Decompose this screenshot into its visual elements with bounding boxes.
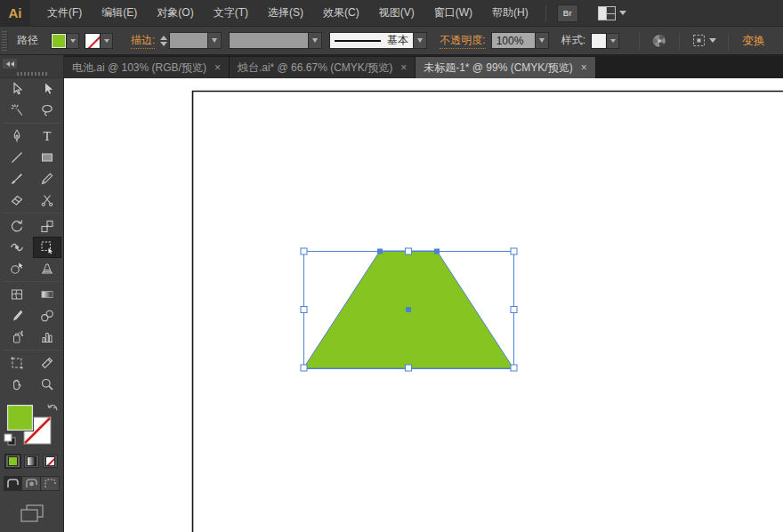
recolor-artwork-button[interactable]: [651, 33, 667, 49]
shape-builder-tool[interactable]: [3, 258, 31, 279]
brush-definition-combo[interactable]: [229, 32, 322, 49]
collapse-panel-button[interactable]: [3, 59, 17, 69]
color-button[interactable]: [5, 455, 20, 468]
line-segment-tool[interactable]: [3, 147, 31, 168]
pen-icon: [10, 129, 24, 143]
chevron-down-icon: [539, 38, 545, 43]
zoom-icon: [40, 377, 54, 391]
width-tool-icon: [10, 240, 24, 254]
swap-fill-stroke-icon[interactable]: [48, 405, 57, 410]
stroke-color-control[interactable]: [85, 32, 113, 50]
pencil-tool[interactable]: [33, 168, 61, 189]
hand-tool[interactable]: [3, 374, 31, 395]
type-tool[interactable]: T: [33, 125, 61, 147]
tools-separator: [4, 350, 60, 351]
stroke-style-combo[interactable]: 基本: [329, 32, 427, 49]
menu-select[interactable]: 选择(S): [258, 0, 313, 27]
gradient-tool[interactable]: [33, 284, 61, 305]
stroke-none-swatch[interactable]: [85, 33, 101, 49]
free-transform-tool[interactable]: [33, 237, 61, 258]
stroke-weight-stepper[interactable]: [160, 36, 167, 46]
fill-color-dropdown[interactable]: [67, 33, 79, 49]
brush-definition-dropdown[interactable]: [308, 33, 321, 48]
controlbar-separator: [639, 32, 640, 50]
document-tab-active[interactable]: 未标题-1* @ 99% (CMYK/预览) ×: [416, 57, 596, 78]
direct-selection-tool[interactable]: [33, 78, 61, 100]
canvas[interactable]: [64, 78, 783, 532]
chevron-down-icon: [417, 38, 423, 43]
draw-inside-button[interactable]: [41, 476, 60, 491]
stroke-panel-link[interactable]: 描边:: [131, 33, 155, 49]
bridge-button[interactable]: Br: [557, 4, 578, 22]
gradient-button[interactable]: [24, 455, 39, 468]
menu-help[interactable]: 帮助(H): [482, 0, 538, 27]
menu-view[interactable]: 视图(V): [369, 0, 424, 27]
menu-file[interactable]: 文件(F): [37, 0, 92, 27]
stepper-up-icon[interactable]: [160, 36, 167, 40]
scale-tool[interactable]: [33, 215, 61, 237]
controlbar-separator: [728, 32, 729, 50]
draw-normal-button[interactable]: [4, 476, 22, 491]
symbol-sprayer-tool[interactable]: [3, 326, 31, 348]
menu-window[interactable]: 窗口(W): [424, 0, 482, 27]
graphic-style-swatch[interactable]: [591, 33, 607, 49]
stroke-weight-dropdown[interactable]: [207, 33, 221, 48]
selection-tool[interactable]: [3, 78, 31, 100]
none-button[interactable]: [43, 455, 58, 468]
zoom-tool[interactable]: [33, 374, 61, 395]
paintbrush-tool[interactable]: [3, 168, 31, 189]
document-tab[interactable]: 电池.ai @ 103% (RGB/预览) ×: [64, 57, 230, 78]
default-fill-stroke-icon[interactable]: [4, 434, 15, 445]
align-options-button[interactable]: [691, 33, 716, 48]
eyedropper-tool[interactable]: [3, 305, 31, 326]
gradient-icon: [40, 287, 54, 302]
column-graph-tool[interactable]: [33, 326, 61, 348]
menu-type[interactable]: 文字(T): [204, 0, 258, 27]
tab-title: 烛台.ai* @ 66.67% (CMYK/预览): [238, 60, 392, 76]
eraser-tool[interactable]: [3, 189, 31, 211]
opacity-combo[interactable]: 100%: [491, 32, 549, 49]
blend-tool[interactable]: [33, 305, 61, 326]
stepper-down-icon[interactable]: [160, 42, 167, 46]
transform-panel-link[interactable]: 变换: [742, 33, 765, 49]
draw-behind-button[interactable]: [22, 476, 41, 491]
panel-drag-grip[interactable]: [17, 72, 47, 76]
pen-tool[interactable]: [3, 125, 31, 147]
panel-grip-icon[interactable]: [2, 31, 8, 51]
lasso-tool[interactable]: [33, 100, 61, 121]
stroke-color-dropdown[interactable]: [101, 33, 113, 49]
blend-icon: [40, 309, 54, 323]
opacity-panel-link[interactable]: 不透明度:: [440, 33, 485, 49]
tools-panel-header: [0, 55, 63, 78]
stroke-weight-combo[interactable]: [169, 32, 222, 49]
scissors-tool[interactable]: [33, 189, 61, 211]
close-icon[interactable]: ×: [214, 62, 221, 73]
width-tool[interactable]: [3, 237, 31, 258]
rotate-tool[interactable]: [3, 215, 31, 237]
menu-effect[interactable]: 效果(C): [313, 0, 369, 27]
change-screen-mode-button[interactable]: [0, 504, 63, 523]
workspace-switcher-button[interactable]: [598, 6, 626, 20]
slice-tool[interactable]: [33, 352, 61, 374]
close-icon[interactable]: ×: [581, 62, 587, 73]
perspective-grid-tool[interactable]: [33, 258, 61, 279]
document-tab[interactable]: 烛台.ai* @ 66.67% (CMYK/预览) ×: [230, 57, 416, 78]
free-transform-icon: [40, 240, 54, 254]
mesh-tool[interactable]: [3, 284, 31, 305]
object-center-point[interactable]: [406, 307, 411, 312]
fill-swatch[interactable]: [6, 404, 34, 431]
artboard-tool[interactable]: [3, 352, 31, 374]
fill-color-control[interactable]: [51, 32, 79, 50]
graphic-style-dropdown[interactable]: [607, 33, 619, 49]
fill-color-swatch[interactable]: [51, 33, 67, 49]
menu-edit[interactable]: 编辑(E): [92, 0, 147, 27]
menu-object[interactable]: 对象(O): [147, 0, 203, 27]
opacity-dropdown[interactable]: [535, 33, 548, 48]
stroke-style-dropdown[interactable]: [413, 33, 426, 48]
lasso-icon: [40, 103, 54, 117]
magic-wand-tool[interactable]: [3, 100, 31, 121]
close-icon[interactable]: ×: [400, 62, 407, 73]
chevron-down-icon: [610, 39, 616, 43]
rectangle-tool[interactable]: [33, 147, 61, 168]
graphic-style-control[interactable]: [591, 32, 619, 50]
